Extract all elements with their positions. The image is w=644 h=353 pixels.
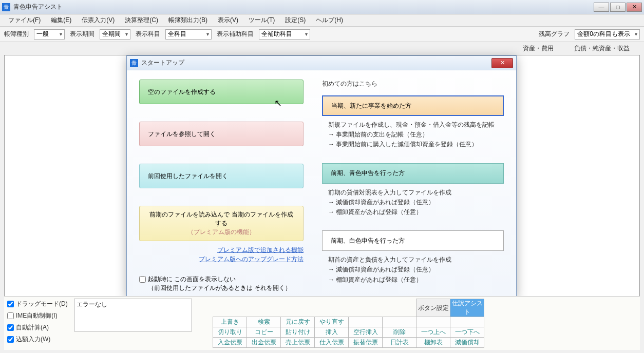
grid-button[interactable]: やり直す — [315, 317, 349, 327]
grid-button[interactable]: コピー — [247, 327, 281, 338]
first-time-heading: 初めての方はこちら — [322, 80, 504, 88]
dialog-icon: 青 — [130, 59, 138, 67]
grid-button[interactable]: 切り取り — [213, 327, 247, 338]
dont-show-checkbox[interactable] — [139, 276, 146, 283]
open-file-label: ファイルを参照して開く — [148, 130, 216, 139]
ime-checkbox[interactable] — [7, 312, 14, 319]
open-last-label: 前回使用したファイルを開く — [148, 172, 228, 181]
grid-button[interactable]: 減価償却 — [450, 338, 484, 348]
new-business-label: 当期、新たに事業を始めた方 — [331, 102, 411, 110]
grid-button[interactable]: 一つ上へ — [416, 327, 450, 338]
prev-white-label: 前期、白色申告を行った方 — [331, 237, 405, 245]
category-row: 資産・費用 負債・純資産・収益 — [0, 42, 644, 53]
subject-label: 表示科目 — [136, 30, 160, 38]
import-prev-button[interactable]: 前期のファイルを読み込んで 当期のファイルを作成する （プレミアム版の機能） — [139, 206, 304, 241]
journal-assist-header[interactable]: 仕訳アシスト — [450, 299, 484, 317]
menu-item[interactable]: 帳簿類出力(B) — [164, 15, 212, 26]
startup-dialog: 青 スタートアップ ✕ 空のファイルを作成する ファイルを参照して開く 前回使用… — [126, 55, 517, 298]
close-button[interactable]: ✕ — [627, 3, 642, 12]
grid-button — [349, 317, 383, 327]
grid-button[interactable]: 一つ下へ — [450, 327, 484, 338]
grid-button[interactable]: 出金伝票 — [247, 338, 281, 348]
amount-input-checkbox[interactable] — [7, 336, 14, 343]
menu-item[interactable]: 編集(E) — [47, 15, 75, 26]
grid-button[interactable]: 入金伝票 — [213, 338, 247, 348]
grid-button[interactable]: 上書き — [213, 317, 247, 327]
create-empty-label: 空のファイルを作成する — [148, 88, 216, 96]
prev-white-button[interactable]: 前期、白色申告を行った方 — [322, 230, 504, 251]
prev-blue-desc-3: 棚卸資産があれば登録（任意） — [328, 207, 504, 217]
minimize-button[interactable]: — — [594, 3, 609, 12]
grid-button[interactable]: 日計表 — [383, 338, 416, 348]
button-settings-header[interactable]: ボタン設定 — [416, 299, 450, 317]
filter-bar: 帳簿種別 一般 表示期間 全期間 表示科目 全科目 表示補助科目 全補助科目 残… — [0, 27, 644, 42]
grid-button[interactable]: 挿入 — [315, 327, 349, 338]
grid-button[interactable]: 仕入伝票 — [315, 338, 349, 348]
category-liabilities: 負債・純資産・収益 — [574, 44, 630, 53]
period-select[interactable]: 全期間 — [100, 29, 130, 40]
menu-item[interactable]: 伝票入力(V) — [78, 15, 119, 26]
create-empty-button[interactable]: 空のファイルを作成する — [139, 80, 304, 104]
dont-show-sub: （前回使用したファイルがあるときは それを開く） — [148, 284, 291, 292]
titlebar: 青 青色申告アシスト — □ ✕ — [0, 0, 644, 14]
prev-white-desc-2: 減価償却資産があれば登録（任意） — [328, 265, 504, 274]
balance-label: 残高グラフ — [539, 30, 570, 38]
open-file-button[interactable]: ファイルを参照して開く — [139, 122, 304, 146]
prev-blue-button[interactable]: 前期、青色申告を行った方 — [322, 163, 504, 184]
open-last-button[interactable]: 前回使用したファイルを開く — [139, 164, 304, 188]
category-assets: 資産・費用 — [523, 44, 554, 53]
menu-item[interactable]: 表示(V) — [214, 15, 242, 26]
grid-button[interactable]: 空行挿入 — [349, 327, 383, 338]
aux-label: 表示補助科目 — [217, 30, 254, 38]
balance-select[interactable]: 金額0の科目も表示 — [575, 29, 640, 40]
menu-item[interactable]: ヘルプ(H) — [312, 15, 347, 26]
grid-button[interactable]: 元に戻す — [281, 317, 315, 327]
subject-select[interactable]: 全科目 — [165, 29, 212, 40]
grid-button[interactable]: 削除 — [383, 327, 416, 338]
menu-item[interactable]: ファイル(F) — [4, 15, 45, 26]
autocalc-label: 自動計算(A) — [16, 323, 49, 332]
new-business-button[interactable]: 当期、新たに事業を始めた方 — [322, 95, 504, 116]
prev-white-desc-1: 期首の資産と負債を入力してファイルを作成 — [328, 255, 504, 265]
grid-button[interactable]: 振替伝票 — [349, 338, 383, 348]
new-business-desc-1: 新規ファイルを作成し、現金・預金・借入金等の残高を記帳 — [328, 120, 504, 130]
ime-label: IME自動制御(I) — [16, 311, 58, 320]
maximize-button[interactable]: □ — [610, 3, 626, 12]
app-icon: 青 — [2, 3, 10, 11]
new-business-desc-3: 事業開始前に購入した減価償却資産を登録（任意） — [328, 140, 504, 149]
new-business-desc-2: 事業開始前の支出を記帳（任意） — [328, 130, 504, 140]
import-prev-label-2: （プレミアム版の機能） — [148, 228, 295, 237]
period-label: 表示期間 — [70, 30, 94, 38]
button-grid: ボタン設定仕訳アシスト上書き検索元に戻すやり直す切り取りコピー貼り付け挿入空行挿… — [213, 299, 484, 348]
grid-button — [416, 317, 450, 327]
grid-button[interactable]: 貼り付け — [281, 327, 315, 338]
autocalc-checkbox[interactable] — [7, 324, 14, 331]
ledger-select[interactable]: 一般 — [34, 29, 65, 40]
ledger-label: 帳簿種別 — [4, 30, 29, 38]
grid-button[interactable]: 検索 — [247, 317, 281, 327]
grid-button — [383, 317, 416, 327]
drag-mode-checkbox[interactable] — [7, 301, 14, 307]
prev-blue-desc-1: 前期の貸借対照表を入力してファイルを作成 — [328, 188, 504, 198]
error-box: エラーなし — [74, 299, 192, 331]
dialog-close-button[interactable]: ✕ — [491, 58, 513, 68]
menu-item[interactable]: ツール(T) — [244, 15, 279, 26]
prev-blue-label: 前期、青色申告を行った方 — [331, 169, 405, 178]
prev-blue-desc-2: 減価償却資産があれば登録（任意） — [328, 198, 504, 207]
window-title: 青色申告アシスト — [13, 3, 594, 11]
menu-item[interactable]: 設定(S) — [281, 15, 310, 26]
prev-white-desc-3: 棚卸資産があれば登録（任意） — [328, 275, 504, 285]
grid-button[interactable]: 棚卸表 — [416, 338, 450, 348]
import-prev-label-1: 前期のファイルを読み込んで 当期のファイルを作成する — [148, 210, 295, 228]
dont-show-label: 起動時に この画面を表示しない — [148, 275, 291, 284]
menubar: ファイル(F)編集(E)伝票入力(V)決算整理(C)帳簿類出力(B)表示(V)ツ… — [0, 14, 644, 27]
grid-button[interactable]: 売上伝票 — [281, 338, 315, 348]
drag-mode-label: ドラッグモード(D) — [16, 300, 68, 308]
dialog-title: スタートアップ — [141, 58, 491, 67]
premium-features-link[interactable]: プレミアム版で追加される機能 — [139, 245, 304, 254]
aux-select[interactable]: 全補助科目 — [259, 29, 310, 40]
grid-button — [450, 317, 484, 327]
bottom-bar: ドラッグモード(D) IME自動制御(I) 自動計算(A) 込額入力(W) エラ… — [4, 296, 640, 350]
menu-item[interactable]: 決算整理(C) — [121, 15, 162, 26]
premium-upgrade-link[interactable]: プレミアム版へのアップグレード方法 — [139, 254, 304, 264]
